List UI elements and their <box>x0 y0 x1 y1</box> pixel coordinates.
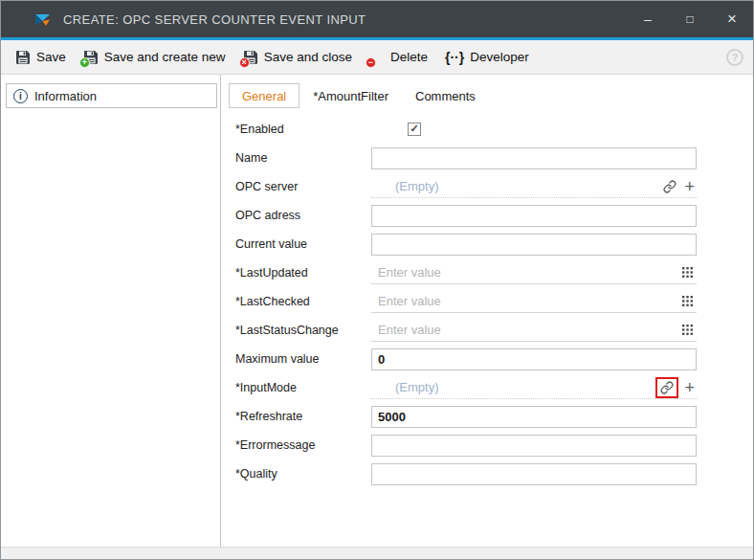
field-label: OPC adress <box>221 209 371 222</box>
opc-server-link-icon[interactable] <box>663 180 676 193</box>
form: *Enabled ✓ Name OPC server <box>221 108 753 488</box>
save-close-icon: × <box>243 50 258 65</box>
red-highlight-box <box>655 377 678 398</box>
inputmode-reference-field[interactable]: (Empty) + <box>371 377 697 399</box>
inputmode-link-icon[interactable] <box>660 381 674 394</box>
field-label: *LastChecked <box>221 295 371 308</box>
field-label: Name <box>221 151 371 165</box>
save-label: Save <box>36 50 66 64</box>
tab-comments[interactable]: Comments <box>402 83 489 108</box>
inputmode-empty-value: (Empty) <box>371 380 657 394</box>
help-icon[interactable]: ? <box>726 49 743 66</box>
laststatuschange-input[interactable] <box>371 323 680 337</box>
tab-amountfilter[interactable]: *AmountFilter <box>299 83 402 108</box>
save-icon <box>15 50 31 65</box>
tab-general[interactable]: General <box>229 83 299 108</box>
lastchecked-picker-grid-icon[interactable] <box>680 296 697 306</box>
quality-input[interactable] <box>371 463 697 485</box>
delete-button[interactable]: − Delete <box>361 40 436 74</box>
name-input[interactable] <box>371 147 697 169</box>
laststatuschange-field <box>371 320 697 342</box>
current-value-input[interactable] <box>371 234 697 256</box>
field-label: *Quality <box>221 467 371 481</box>
save-and-create-new-button[interactable]: + Save and create new <box>75 40 234 74</box>
app-window: CREATE: OPC SERVER COUNTER EVENT INPUT –… <box>0 0 754 560</box>
refreshrate-input[interactable] <box>371 406 697 428</box>
opc-server-add-icon[interactable]: + <box>684 178 695 195</box>
app-logo-icon <box>33 11 52 29</box>
minimize-button[interactable]: – <box>627 1 669 37</box>
form-row-inputmode: *InputMode (Empty) + <box>221 373 753 402</box>
sidebar: i Information <box>1 75 221 547</box>
field-label: *LastUpdated <box>221 266 371 280</box>
delete-icon: − <box>369 50 385 65</box>
main-panel: General *AmountFilter Comments *Enabled … <box>221 75 753 547</box>
check-icon: ✓ <box>410 123 418 134</box>
form-row-name: Name <box>221 144 753 172</box>
window-controls: – □ × <box>627 1 753 37</box>
lastupdated-field <box>371 262 697 284</box>
opc-server-empty-value: (Empty) <box>371 179 663 193</box>
form-row-opc-server: OPC server (Empty) + <box>221 172 753 201</box>
window-title: CREATE: OPC SERVER COUNTER EVENT INPUT <box>63 12 366 27</box>
form-row-quality: *Quality <box>221 459 753 488</box>
plus-badge-icon: + <box>79 57 90 68</box>
lastupdated-input[interactable] <box>371 265 680 280</box>
form-row-maximum-value: Maximum value <box>221 345 753 373</box>
field-label: *InputMode <box>221 381 371 394</box>
inputmode-add-icon[interactable]: + <box>684 379 695 396</box>
sidebar-item-label: Information <box>34 89 97 103</box>
save-and-close-label: Save and close <box>264 50 352 64</box>
developer-label: Developer <box>470 50 529 64</box>
field-label: *LastStatusChange <box>221 324 371 337</box>
form-row-enabled: *Enabled ✓ <box>221 115 753 144</box>
field-label: OPC server <box>221 180 371 193</box>
window-body: i Information General *AmountFilter Comm… <box>1 75 753 547</box>
tab-bar: General *AmountFilter Comments <box>221 75 753 108</box>
developer-icon: {··} <box>445 50 464 65</box>
opc-adress-input[interactable] <box>371 205 697 227</box>
form-row-current-value: Current value <box>221 230 753 258</box>
developer-button[interactable]: {··} Developer <box>436 40 538 74</box>
delete-label: Delete <box>390 50 428 64</box>
window-footer <box>1 547 753 559</box>
lastupdated-picker-grid-icon[interactable] <box>680 267 697 278</box>
minus-badge-icon: − <box>366 57 376 68</box>
form-row-errormessage: *Errormessage <box>221 431 753 459</box>
field-label: *Errormessage <box>221 438 371 452</box>
form-row-lastchecked: *LastChecked <box>221 287 753 316</box>
save-and-create-new-label: Save and create new <box>104 50 226 64</box>
enabled-checkbox[interactable]: ✓ <box>408 123 421 136</box>
form-row-opc-adress: OPC adress <box>221 201 753 230</box>
save-and-close-button[interactable]: × Save and close <box>234 40 361 74</box>
info-icon: i <box>13 89 28 103</box>
titlebar: CREATE: OPC SERVER COUNTER EVENT INPUT –… <box>1 1 753 37</box>
maximize-button[interactable]: □ <box>669 1 711 37</box>
close-badge-icon: × <box>239 57 250 68</box>
save-button[interactable]: Save <box>7 40 75 74</box>
form-row-refreshrate: *Refreshrate <box>221 402 753 431</box>
field-label: Current value <box>221 237 371 251</box>
errormessage-input[interactable] <box>371 435 697 457</box>
field-label: *Enabled <box>221 123 371 136</box>
lastchecked-input[interactable] <box>371 294 680 308</box>
field-label: Maximum value <box>221 352 371 366</box>
form-row-laststatuschange: *LastStatusChange <box>221 316 753 345</box>
field-label: *Refreshrate <box>221 410 371 423</box>
sidebar-item-information[interactable]: i Information <box>6 83 217 108</box>
form-row-lastupdated: *LastUpdated <box>221 258 753 287</box>
close-button[interactable]: × <box>711 1 753 37</box>
opc-server-reference-field[interactable]: (Empty) + <box>371 176 697 198</box>
toolbar: Save + Save and create new × Save and cl… <box>1 40 753 75</box>
laststatuschange-picker-grid-icon[interactable] <box>680 325 697 335</box>
lastchecked-field <box>371 291 697 313</box>
save-new-icon: + <box>83 50 99 65</box>
maximum-value-input[interactable] <box>371 348 697 370</box>
